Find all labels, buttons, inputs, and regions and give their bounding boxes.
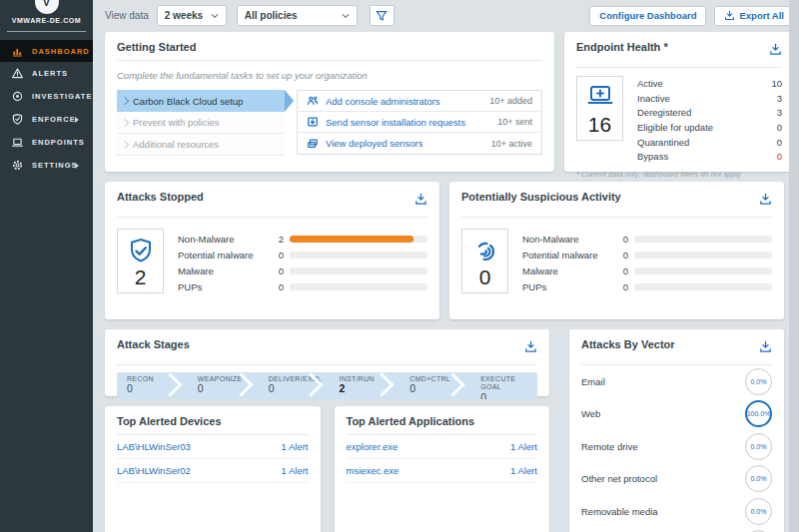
download-icon — [769, 43, 782, 56]
step-prevent-with-policies[interactable]: Prevent with policies — [117, 112, 285, 134]
device-row: LAB\HLWinSer02 1 Alert — [117, 459, 309, 483]
filter-button[interactable] — [370, 5, 395, 26]
export-card-button[interactable] — [414, 192, 427, 210]
policy-filter-value: All policies — [245, 10, 298, 21]
sidebar-item-label: INVESTIGATE — [32, 92, 92, 101]
attack-stages-funnel: RECON0 WEAPONIZE0 DELIVER/EXPL0 INST/RUN… — [117, 372, 537, 399]
bar-track — [634, 283, 772, 290]
admins-icon — [307, 95, 319, 107]
bar-value: 0 — [616, 281, 628, 292]
export-all-button[interactable]: Export All — [714, 6, 794, 26]
bar-label: PUPs — [522, 281, 610, 292]
bar-value: 0 — [272, 250, 284, 261]
bar-track — [634, 267, 772, 274]
download-icon — [759, 340, 772, 353]
export-card-button[interactable] — [759, 192, 772, 210]
device-link[interactable]: LAB\HLWinSer02 — [117, 465, 191, 476]
bar-label: PUPs — [178, 281, 266, 292]
stat-label: Bypass — [637, 151, 668, 162]
application-alert-count-link[interactable]: 1 Alert — [510, 441, 537, 452]
bar-label: Malware — [522, 266, 610, 276]
getting-started-card: Getting Started Complete the fundamental… — [105, 32, 554, 172]
vector-percent-badge: 100.0% — [745, 400, 772, 427]
export-card-button[interactable] — [759, 339, 772, 357]
attacks-stopped-total: 2 — [135, 266, 147, 290]
sidebar-item-enforce[interactable]: ENFORCE — [0, 108, 93, 131]
bar-value: 0 — [616, 250, 628, 261]
task-status: 10+ sent — [497, 117, 532, 127]
task-row: Send sensor installation requests 10+ se… — [298, 112, 541, 133]
bar-value: 0 — [272, 281, 284, 292]
step-additional-resources[interactable]: Additional resources — [117, 134, 285, 156]
endpoint-health-card: Endpoint Health * 16 — [564, 32, 794, 172]
attacks-stopped-card: Attacks Stopped 2 Non-Mal — [105, 182, 439, 319]
stage-execute-goal: EXECUTE GOAL0 — [466, 372, 537, 399]
application-alert-count-link[interactable]: 1 Alert — [510, 465, 537, 476]
vector-row-web: Web100.0% — [581, 398, 772, 431]
bar-chart-icon — [11, 45, 24, 58]
add-console-administrators-link[interactable]: Add console administrators — [326, 96, 440, 107]
device-link[interactable]: LAB\HLWinSer03 — [117, 441, 191, 452]
stat-value-bypass: 0 — [777, 151, 782, 162]
bar-track — [290, 252, 427, 259]
sidebar: V VMWARE-DE.COM DASHBOARD ALERTS INVES — [0, 0, 93, 532]
suspicious-bars: Non-Malware0 Potential malware0 Malware0… — [522, 231, 772, 294]
stage-deliver-expl: DELIVER/EXPL0 — [255, 372, 326, 399]
sidebar-item-investigate[interactable]: INVESTIGATE — [0, 85, 93, 108]
sensors-icon — [307, 138, 319, 150]
vector-percent-badge: 0.0% — [745, 465, 772, 492]
time-range-select[interactable]: 2 weeks — [157, 5, 227, 26]
export-card-button[interactable] — [524, 339, 537, 357]
view-deployed-sensors-link[interactable]: View deployed sensors — [326, 138, 423, 149]
vector-row-remote-drive: Remote drive0.0% — [581, 430, 772, 463]
bar-label: Non-Malware — [522, 234, 610, 245]
bar-track — [634, 252, 772, 259]
send-sensor-installation-requests-link[interactable]: Send sensor installation requests — [326, 117, 465, 128]
org-name: VMWARE-DE.COM — [7, 17, 86, 24]
sidebar-item-dashboard[interactable]: DASHBOARD — [0, 40, 93, 62]
org-switcher[interactable]: V VMWARE-DE.COM — [7, 0, 86, 32]
bar-track — [290, 236, 427, 243]
stat-label: Eligible for update — [637, 122, 713, 133]
endpoint-health-footnote: * Current data only; dashboard filters d… — [576, 170, 782, 179]
setup-steps-list: Carbon Black Cloud setup Prevent with po… — [117, 90, 285, 156]
card-title: Attacks By Vector — [581, 338, 675, 350]
sidebar-item-alerts[interactable]: ALERTS — [0, 62, 93, 85]
export-card-button[interactable] — [769, 42, 782, 60]
stat-value: 0 — [777, 122, 782, 133]
step-carbon-black-cloud-setup[interactable]: Carbon Black Cloud setup — [117, 90, 285, 112]
sidebar-item-label: SETTINGS — [32, 161, 78, 170]
stat-label: Active — [637, 78, 663, 89]
configure-dashboard-button[interactable]: Configure Dashboard — [589, 6, 706, 26]
application-link[interactable]: msiexec.exe — [347, 465, 400, 476]
sidebar-item-settings[interactable]: SETTINGS — [0, 154, 93, 177]
org-logo: V — [35, 0, 59, 14]
device-alert-count-link[interactable]: 1 Alert — [282, 441, 309, 452]
bar-value: 0 — [616, 234, 628, 245]
stage-cmd-ctrl: CMD+CTRL0 — [396, 372, 466, 399]
bar-label: Potential malware — [522, 250, 610, 261]
vertical-scrollbar[interactable] — [789, 0, 799, 532]
shield-check-icon — [128, 238, 154, 266]
submenu-chevron-icon — [75, 163, 79, 169]
sidebar-item-endpoints[interactable]: ENDPOINTS — [0, 131, 93, 154]
bar-label: Potential malware — [178, 250, 266, 261]
warning-triangle-icon — [11, 67, 24, 80]
task-status: 10+ active — [491, 139, 532, 149]
policy-filter-select[interactable]: All policies — [237, 5, 358, 26]
card-title: Potentially Suspicious Activity — [461, 191, 621, 203]
bar-value: 0 — [616, 266, 628, 276]
stat-label: Inactive — [637, 93, 670, 104]
attacks-stopped-bars: Non-Malware2 Potential malware0 Malware0… — [178, 231, 427, 294]
main-content: View data 2 weeks All policies Configure… — [93, 0, 799, 532]
stat-value: 3 — [777, 93, 782, 104]
bar-label: Malware — [178, 266, 266, 276]
application-link[interactable]: explorer.exe — [347, 441, 399, 452]
endpoint-total-box: 16 — [576, 76, 623, 141]
device-alert-count-link[interactable]: 1 Alert — [282, 465, 309, 476]
vector-row-other-net-protocol: Other net protocol0.0% — [581, 463, 772, 496]
stat-label: Quarantined — [637, 137, 689, 148]
laptop-plus-icon — [587, 85, 613, 107]
download-icon — [414, 193, 427, 206]
task-status: 10+ added — [489, 96, 532, 106]
